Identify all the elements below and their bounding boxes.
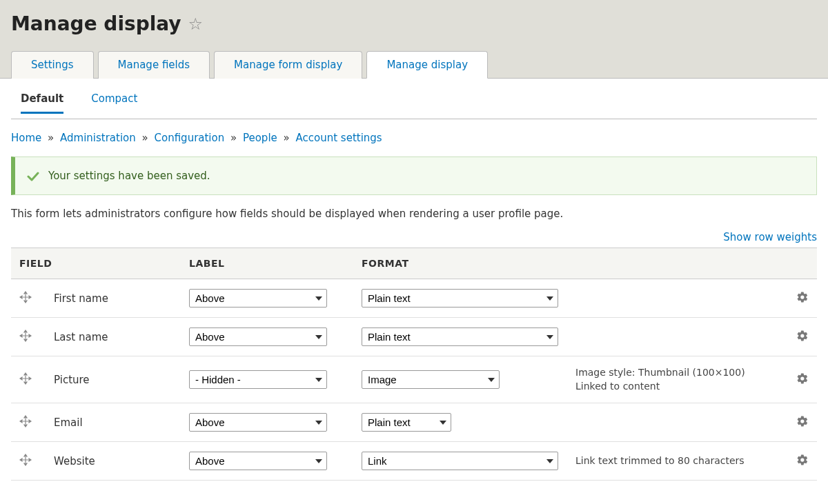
show-row-weights-link[interactable]: Show row weights [723, 231, 817, 243]
table-row: First nameAbovePlain text [11, 279, 817, 318]
breadcrumb-link[interactable]: People [243, 132, 277, 144]
breadcrumb: Home » Administration » Configuration » … [11, 132, 817, 144]
primary-tabs: SettingsManage fieldsManage form display… [11, 50, 817, 78]
breadcrumb-separator: » [44, 132, 57, 144]
format-select[interactable]: Plain text [362, 289, 558, 308]
field-name: First name [46, 279, 181, 318]
th-ops [788, 248, 817, 279]
row-weights-toggle: Show row weights [11, 231, 817, 243]
subtab-compact[interactable]: Compact [91, 92, 137, 113]
gear-icon[interactable] [796, 291, 809, 306]
table-row: Last nameAbovePlain text [11, 318, 817, 356]
label-select[interactable]: Above [189, 289, 327, 308]
secondary-tabs: DefaultCompact [11, 79, 817, 119]
page-title: Manage display ☆ [11, 12, 817, 35]
tab-manage-display[interactable]: Manage display [366, 51, 488, 79]
breadcrumb-link[interactable]: Administration [60, 132, 136, 144]
drag-handle-icon[interactable] [19, 330, 37, 345]
field-name: Email [46, 403, 181, 442]
th-field: Field [11, 248, 181, 279]
table-row: WebsiteAboveLinkLink text trimmed to 80 … [11, 442, 817, 481]
breadcrumb-separator: » [139, 132, 152, 144]
drag-handle-icon[interactable] [19, 416, 37, 430]
breadcrumb-link[interactable]: Configuration [155, 132, 225, 144]
page-title-text: Manage display [11, 12, 181, 35]
format-select[interactable]: Plain text [362, 413, 451, 432]
drag-handle-icon[interactable] [19, 292, 37, 306]
settings-summary: Image style: Thumbnail (100×100)Linked t… [575, 366, 780, 393]
field-name: Last name [46, 318, 181, 356]
label-select[interactable]: - Hidden - [189, 370, 327, 389]
label-select[interactable]: Above [189, 327, 327, 346]
format-select[interactable]: Link [362, 452, 558, 470]
fields-table: Field Label Format First nameAbovePlain … [11, 248, 817, 481]
check-icon [26, 170, 40, 186]
breadcrumb-separator: » [227, 132, 240, 144]
th-summary [567, 248, 788, 279]
gear-icon[interactable] [796, 330, 809, 345]
status-message: Your settings have been saved. [11, 157, 817, 195]
field-name: Website [46, 442, 181, 481]
format-select[interactable]: Plain text [362, 327, 558, 346]
form-description: This form lets administrators configure … [11, 208, 817, 220]
breadcrumb-link[interactable]: Account settings [296, 132, 382, 144]
star-icon[interactable]: ☆ [188, 14, 204, 34]
gear-icon[interactable] [796, 415, 809, 430]
gear-icon[interactable] [796, 372, 809, 387]
table-row: Picture- Hidden -ImageImage style: Thumb… [11, 356, 817, 403]
drag-handle-icon[interactable] [19, 373, 37, 387]
breadcrumb-link[interactable]: Home [11, 132, 41, 144]
tab-settings[interactable]: Settings [11, 51, 94, 79]
format-select[interactable]: Image [362, 370, 500, 389]
table-row: EmailAbovePlain text [11, 403, 817, 442]
tab-manage-form-display[interactable]: Manage form display [214, 51, 362, 79]
gear-icon[interactable] [796, 454, 809, 469]
status-message-text: Your settings have been saved. [48, 170, 210, 182]
breadcrumb-separator: » [280, 132, 293, 144]
label-select[interactable]: Above [189, 452, 327, 470]
settings-summary: Link text trimmed to 80 characters [575, 454, 780, 468]
th-format: Format [353, 248, 567, 279]
field-name: Picture [46, 356, 181, 403]
label-select[interactable]: Above [189, 413, 327, 432]
th-label: Label [181, 248, 353, 279]
subtab-default[interactable]: Default [21, 92, 63, 114]
drag-handle-icon[interactable] [19, 454, 37, 469]
tab-manage-fields[interactable]: Manage fields [98, 51, 210, 79]
